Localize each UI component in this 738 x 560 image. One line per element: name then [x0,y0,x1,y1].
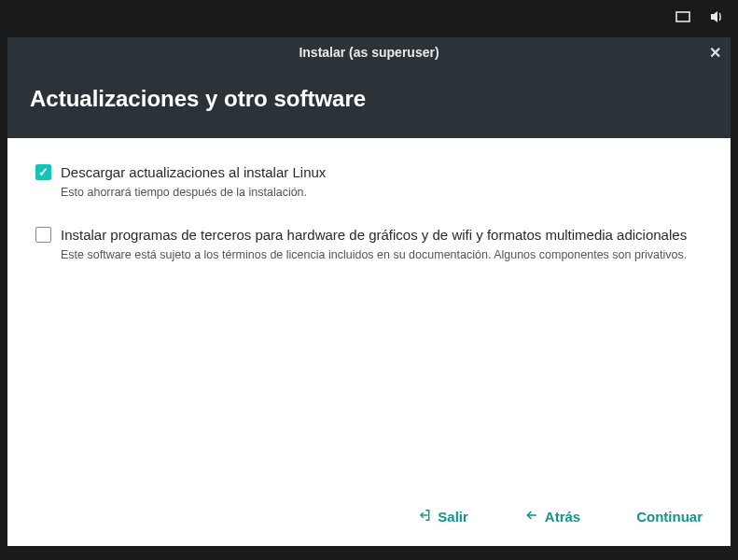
continue-button[interactable]: Continuar [636,509,703,525]
option-label[interactable]: Descargar actualizaciones al instalar Li… [61,164,326,180]
exit-icon [417,508,432,525]
option-download-updates: Descargar actualizaciones al instalar Li… [35,164,703,199]
button-label: Atrás [545,509,580,525]
titlebar: Instalar (as superuser) ✕ [7,37,731,67]
top-panel [0,0,738,37]
button-label: Continuar [636,509,703,525]
option-description: Este software está sujeto a los términos… [61,248,703,261]
footer-buttons: Salir Atrás Continuar [7,491,731,546]
checkbox-third-party[interactable] [35,227,51,243]
option-label[interactable]: Instalar programas de terceros para hard… [61,227,687,243]
page-title: Actualizaciones y otro software [30,86,708,112]
window-title: Instalar (as superuser) [299,45,439,60]
close-icon[interactable]: ✕ [705,42,725,63]
content-area: Descargar actualizaciones al instalar Li… [7,138,731,491]
quit-button[interactable]: Salir [417,508,468,525]
button-label: Salir [438,509,468,525]
volume-icon[interactable] [708,8,725,29]
back-button[interactable]: Atrás [524,508,580,525]
installer-window: Instalar (as superuser) ✕ Actualizacione… [7,37,731,546]
maximize-icon[interactable] [675,8,691,29]
page-header: Actualizaciones y otro software [7,67,731,138]
option-description: Esto ahorrará tiempo después de la insta… [61,186,703,199]
option-third-party: Instalar programas de terceros para hard… [35,227,703,261]
svg-rect-0 [676,12,689,21]
arrow-left-icon [524,508,539,525]
checkbox-download-updates[interactable] [35,164,51,180]
